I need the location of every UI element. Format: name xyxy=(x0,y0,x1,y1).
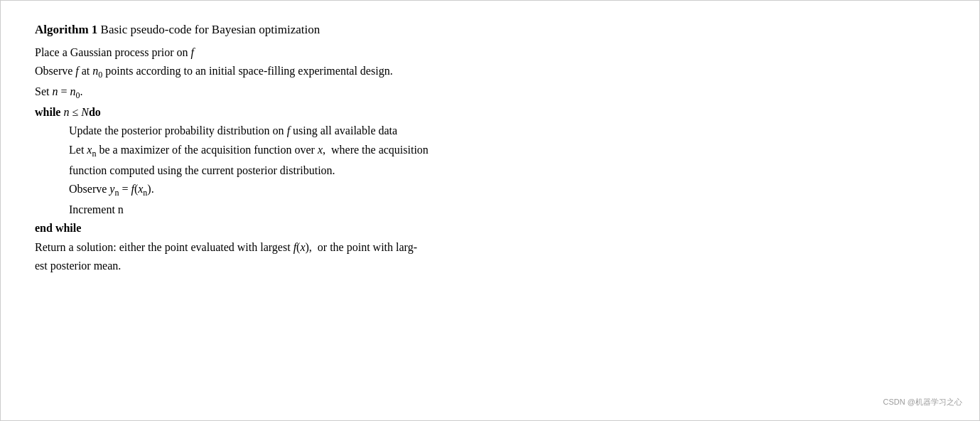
var-N: N xyxy=(81,106,89,118)
algorithm-line-6: Let xn be a maximizer of the acquisition… xyxy=(35,141,945,161)
subscript-n-3: n xyxy=(143,188,147,198)
algorithm-title-bold: Algorithm 1 xyxy=(35,23,97,36)
var-x-2: x xyxy=(300,241,305,253)
algorithm-line-6-cont: function computed using the current post… xyxy=(35,161,945,180)
keyword-while: while xyxy=(35,106,60,118)
keyword-do: do xyxy=(89,106,101,118)
watermark: CSDN @机器学习之心 xyxy=(883,397,962,407)
var-n-1: n xyxy=(52,85,58,97)
algorithm-line-10-cont: est posterior mean. xyxy=(35,257,945,275)
algorithm-line-5: Update the posterior probability distrib… xyxy=(35,122,945,140)
subscript-n-2: n xyxy=(114,188,119,198)
subscript-0-2: 0 xyxy=(75,90,80,100)
algorithm-line-2: Observe f at n0 points according to an i… xyxy=(35,62,945,82)
var-n-2: n xyxy=(63,106,69,118)
subscript-n-1: n xyxy=(92,149,96,159)
var-f-4: f xyxy=(131,183,134,195)
algorithm-line-4: while n ≤ Ndo xyxy=(35,103,945,122)
algorithm-line-3: Set n = n0. xyxy=(35,82,945,103)
subscript-0-1: 0 xyxy=(98,70,102,80)
algorithm-container: Algorithm 1 Basic pseudo-code for Bayesi… xyxy=(0,0,980,421)
algorithm-line-9: end while xyxy=(35,219,945,238)
var-f-3: f xyxy=(287,124,290,137)
algorithm-line-10: Return a solution: either the point eval… xyxy=(35,238,945,257)
var-f-5: f xyxy=(294,241,296,253)
algorithm-title-rest: Basic pseudo-code for Bayesian optimizat… xyxy=(101,23,321,36)
algorithm-line-1: Place a Gaussian process prior on f xyxy=(35,43,945,62)
var-x-1: x xyxy=(318,144,323,156)
algorithm-line-8: Increment n xyxy=(35,201,945,219)
algorithm-title: Algorithm 1 Basic pseudo-code for Bayesi… xyxy=(35,21,945,39)
var-f-2: f xyxy=(75,65,78,77)
algorithm-line-7: Observe yn = f(xn). xyxy=(35,180,945,201)
var-f-1: f xyxy=(191,46,194,58)
